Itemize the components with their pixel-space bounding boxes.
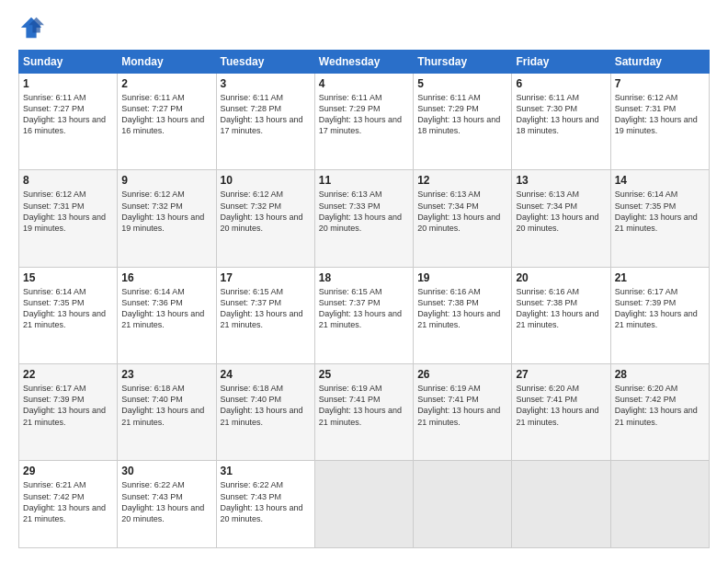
day-info: Sunrise: 6:11 AM Sunset: 7:28 PM Dayligh… [221, 92, 311, 137]
day-number: 3 [221, 77, 311, 90]
day-cell [414, 461, 512, 548]
day-cell: 16 Sunrise: 6:14 AM Sunset: 7:36 PM Dayl… [118, 267, 216, 363]
day-number: 26 [417, 368, 507, 381]
day-cell: 30 Sunrise: 6:22 AM Sunset: 7:43 PM Dayl… [118, 461, 216, 548]
day-cell [610, 461, 709, 548]
day-number: 5 [417, 77, 507, 90]
day-cell: 27 Sunrise: 6:20 AM Sunset: 7:41 PM Dayl… [512, 364, 610, 461]
day-info: Sunrise: 6:20 AM Sunset: 7:41 PM Dayligh… [516, 383, 606, 428]
day-info: Sunrise: 6:14 AM Sunset: 7:36 PM Dayligh… [121, 286, 211, 331]
day-number: 31 [221, 465, 311, 477]
day-cell [314, 461, 413, 548]
day-info: Sunrise: 6:16 AM Sunset: 7:38 PM Dayligh… [516, 286, 606, 331]
day-info: Sunrise: 6:17 AM Sunset: 7:39 PM Dayligh… [23, 383, 113, 428]
day-info: Sunrise: 6:18 AM Sunset: 7:40 PM Dayligh… [221, 383, 311, 428]
day-number: 22 [23, 368, 113, 381]
day-cell: 13 Sunrise: 6:13 AM Sunset: 7:34 PM Dayl… [512, 170, 610, 267]
day-number: 24 [221, 368, 311, 381]
weekday-header-friday: Friday [512, 51, 610, 74]
day-cell: 19 Sunrise: 6:16 AM Sunset: 7:38 PM Dayl… [414, 267, 512, 363]
day-info: Sunrise: 6:12 AM Sunset: 7:32 PM Dayligh… [221, 189, 311, 234]
logo [18, 15, 48, 40]
weekday-header-tuesday: Tuesday [216, 51, 314, 74]
day-info: Sunrise: 6:16 AM Sunset: 7:38 PM Dayligh… [417, 286, 507, 331]
day-number: 19 [417, 271, 507, 284]
day-info: Sunrise: 6:22 AM Sunset: 7:43 PM Dayligh… [221, 479, 311, 524]
day-info: Sunrise: 6:14 AM Sunset: 7:35 PM Dayligh… [23, 286, 113, 331]
week-row-1: 1 Sunrise: 6:11 AM Sunset: 7:27 PM Dayli… [19, 74, 710, 170]
day-cell: 14 Sunrise: 6:14 AM Sunset: 7:35 PM Dayl… [610, 170, 709, 267]
day-number: 1 [23, 77, 113, 90]
day-cell: 18 Sunrise: 6:15 AM Sunset: 7:37 PM Dayl… [314, 267, 413, 363]
day-info: Sunrise: 6:18 AM Sunset: 7:40 PM Dayligh… [121, 383, 211, 428]
day-cell: 1 Sunrise: 6:11 AM Sunset: 7:27 PM Dayli… [19, 74, 118, 170]
day-number: 23 [121, 368, 211, 381]
day-info: Sunrise: 6:20 AM Sunset: 7:42 PM Dayligh… [615, 383, 705, 428]
day-cell [512, 461, 610, 548]
day-number: 14 [615, 174, 705, 187]
weekday-header-row: SundayMondayTuesdayWednesdayThursdayFrid… [19, 51, 710, 74]
day-info: Sunrise: 6:11 AM Sunset: 7:29 PM Dayligh… [417, 92, 507, 137]
day-number: 18 [319, 271, 409, 284]
day-number: 25 [319, 368, 409, 381]
header [18, 15, 710, 40]
day-number: 12 [417, 174, 507, 187]
day-cell: 15 Sunrise: 6:14 AM Sunset: 7:35 PM Dayl… [19, 267, 118, 363]
logo-icon [18, 15, 44, 40]
day-number: 6 [516, 77, 606, 90]
week-row-3: 15 Sunrise: 6:14 AM Sunset: 7:35 PM Dayl… [19, 267, 710, 363]
day-cell: 20 Sunrise: 6:16 AM Sunset: 7:38 PM Dayl… [512, 267, 610, 363]
weekday-header-sunday: Sunday [19, 51, 118, 74]
day-number: 21 [615, 271, 705, 284]
day-cell: 6 Sunrise: 6:11 AM Sunset: 7:30 PM Dayli… [512, 74, 610, 170]
day-info: Sunrise: 6:11 AM Sunset: 7:29 PM Dayligh… [319, 92, 409, 137]
day-number: 8 [23, 174, 113, 187]
day-number: 30 [121, 465, 211, 477]
day-info: Sunrise: 6:19 AM Sunset: 7:41 PM Dayligh… [319, 383, 409, 428]
day-cell: 17 Sunrise: 6:15 AM Sunset: 7:37 PM Dayl… [216, 267, 314, 363]
day-number: 28 [615, 368, 705, 381]
calendar: SundayMondayTuesdayWednesdayThursdayFrid… [18, 50, 710, 548]
day-info: Sunrise: 6:17 AM Sunset: 7:39 PM Dayligh… [615, 286, 705, 331]
day-info: Sunrise: 6:12 AM Sunset: 7:31 PM Dayligh… [23, 189, 113, 234]
day-cell: 29 Sunrise: 6:21 AM Sunset: 7:42 PM Dayl… [19, 461, 118, 548]
weekday-header-thursday: Thursday [414, 51, 512, 74]
week-row-4: 22 Sunrise: 6:17 AM Sunset: 7:39 PM Dayl… [19, 364, 710, 461]
day-cell: 9 Sunrise: 6:12 AM Sunset: 7:32 PM Dayli… [118, 170, 216, 267]
day-number: 29 [23, 465, 113, 477]
week-row-5: 29 Sunrise: 6:21 AM Sunset: 7:42 PM Dayl… [19, 461, 710, 548]
day-number: 2 [121, 77, 211, 90]
day-number: 7 [615, 77, 705, 90]
day-info: Sunrise: 6:19 AM Sunset: 7:41 PM Dayligh… [417, 383, 507, 428]
day-cell: 22 Sunrise: 6:17 AM Sunset: 7:39 PM Dayl… [19, 364, 118, 461]
day-number: 20 [516, 271, 606, 284]
day-cell: 24 Sunrise: 6:18 AM Sunset: 7:40 PM Dayl… [216, 364, 314, 461]
day-number: 4 [319, 77, 409, 90]
weekday-header-saturday: Saturday [610, 51, 709, 74]
day-info: Sunrise: 6:13 AM Sunset: 7:33 PM Dayligh… [319, 189, 409, 234]
day-number: 10 [221, 174, 311, 187]
day-info: Sunrise: 6:11 AM Sunset: 7:27 PM Dayligh… [23, 92, 113, 137]
day-info: Sunrise: 6:12 AM Sunset: 7:31 PM Dayligh… [615, 92, 705, 137]
day-cell: 26 Sunrise: 6:19 AM Sunset: 7:41 PM Dayl… [414, 364, 512, 461]
day-cell: 4 Sunrise: 6:11 AM Sunset: 7:29 PM Dayli… [314, 74, 413, 170]
day-cell: 11 Sunrise: 6:13 AM Sunset: 7:33 PM Dayl… [314, 170, 413, 267]
day-info: Sunrise: 6:14 AM Sunset: 7:35 PM Dayligh… [615, 189, 705, 234]
day-cell: 8 Sunrise: 6:12 AM Sunset: 7:31 PM Dayli… [19, 170, 118, 267]
day-number: 9 [121, 174, 211, 187]
day-cell: 3 Sunrise: 6:11 AM Sunset: 7:28 PM Dayli… [216, 74, 314, 170]
day-number: 17 [221, 271, 311, 284]
day-number: 11 [319, 174, 409, 187]
day-cell: 28 Sunrise: 6:20 AM Sunset: 7:42 PM Dayl… [610, 364, 709, 461]
day-cell: 23 Sunrise: 6:18 AM Sunset: 7:40 PM Dayl… [118, 364, 216, 461]
day-cell: 25 Sunrise: 6:19 AM Sunset: 7:41 PM Dayl… [314, 364, 413, 461]
day-cell: 31 Sunrise: 6:22 AM Sunset: 7:43 PM Dayl… [216, 461, 314, 548]
day-number: 15 [23, 271, 113, 284]
day-cell: 12 Sunrise: 6:13 AM Sunset: 7:34 PM Dayl… [414, 170, 512, 267]
week-row-2: 8 Sunrise: 6:12 AM Sunset: 7:31 PM Dayli… [19, 170, 710, 267]
day-number: 27 [516, 368, 606, 381]
day-info: Sunrise: 6:13 AM Sunset: 7:34 PM Dayligh… [516, 189, 606, 234]
day-number: 16 [121, 271, 211, 284]
weekday-header-wednesday: Wednesday [314, 51, 413, 74]
day-cell: 7 Sunrise: 6:12 AM Sunset: 7:31 PM Dayli… [610, 74, 709, 170]
